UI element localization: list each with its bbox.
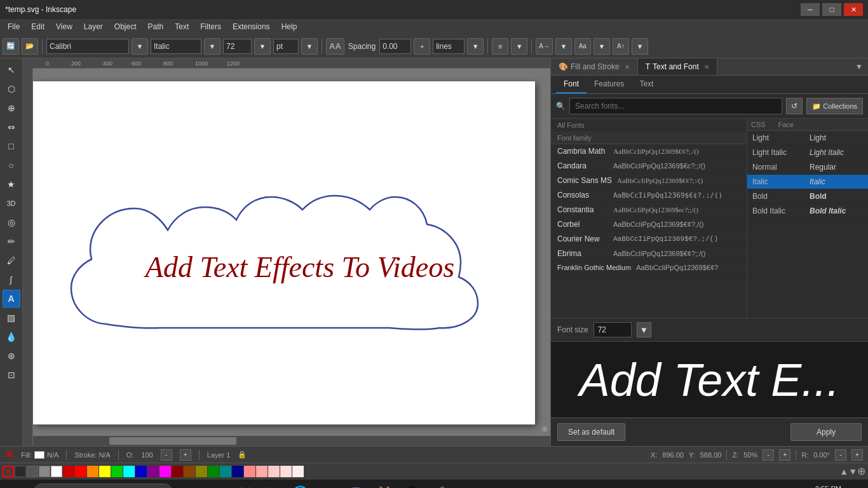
refresh-fonts-button[interactable]: ↺ xyxy=(786,98,803,114)
color-swatch-light-pink[interactable] xyxy=(256,466,268,477)
maximize-button[interactable]: □ xyxy=(822,3,841,16)
font-item-consolas[interactable]: Consolas AaBbCcIiPpQq12369$€¢?.;/() xyxy=(551,188,747,203)
font-item-cambria-math[interactable]: Cambria Math AaBbCcIiPpQq12369$€¢?;./() xyxy=(551,144,747,159)
color-swatch-white[interactable] xyxy=(51,466,62,477)
taskbar-edge2[interactable]: 🌐 xyxy=(287,481,313,489)
font-feature-dropdown[interactable]: ▼ xyxy=(593,38,610,55)
measure-tool[interactable]: ⇔ xyxy=(3,118,20,136)
menu-view[interactable]: View xyxy=(51,21,78,32)
font-item-courier-new[interactable]: Courier New AaBbCcIiPpQq12369$€?.;/() xyxy=(551,232,747,247)
color-swatch-brown[interactable] xyxy=(184,466,195,477)
start-button[interactable]: ⊞ xyxy=(3,481,31,489)
color-swatch-very-pale-pink[interactable] xyxy=(280,466,292,477)
eraser-tool[interactable]: ⊡ xyxy=(3,366,20,384)
circle-tool[interactable]: ○ xyxy=(3,156,20,174)
no-color-swatch[interactable]: ✕ xyxy=(3,466,14,477)
font-item-ebrima[interactable]: Ebrima AaBbCcIiPpQq12369$€¢?;;/() xyxy=(551,247,747,261)
menu-extensions[interactable]: Extensions xyxy=(227,21,275,32)
new-button[interactable]: 🔄 xyxy=(3,38,19,55)
color-swatch-pale-pink[interactable] xyxy=(268,466,280,477)
color-swatch-pink[interactable] xyxy=(244,466,255,477)
taskbar-chrome[interactable]: ⚙ xyxy=(315,481,341,489)
taskbar-search[interactable]: 🔍 Type here to search 🎤 xyxy=(33,484,173,489)
subtab-font[interactable]: Font xyxy=(556,76,587,93)
close-fill-stroke[interactable]: ✕ xyxy=(625,64,630,71)
font-name-input[interactable] xyxy=(46,39,129,54)
collections-button[interactable]: 📁 Collections xyxy=(806,98,863,114)
color-swatch-olive[interactable] xyxy=(196,466,207,477)
calligraphy-tool[interactable]: ∫ xyxy=(3,271,20,288)
color-swatch-purple[interactable] xyxy=(147,466,159,477)
style-bold[interactable]: Bold Bold xyxy=(747,189,868,204)
font-search-input[interactable] xyxy=(569,98,782,114)
close-button[interactable]: ✕ xyxy=(844,3,863,16)
style-bold-italic[interactable]: Bold Italic Bold Italic xyxy=(747,204,868,219)
align-left-button[interactable]: ≡ xyxy=(492,38,508,55)
gradient-tool[interactable]: ▨ xyxy=(3,309,20,327)
color-swatch-dgray[interactable] xyxy=(27,466,38,477)
menu-file[interactable]: File xyxy=(3,21,25,32)
open-button[interactable]: 📂 xyxy=(22,38,38,55)
color-swatch-orange[interactable] xyxy=(87,466,98,477)
spacing-increase[interactable]: + xyxy=(414,38,430,55)
font-size-arrow[interactable]: ▼ xyxy=(254,38,271,55)
color-swatch-green[interactable] xyxy=(111,466,123,477)
color-swatch-magenta[interactable] xyxy=(159,466,171,477)
taskbar-teams[interactable]: T xyxy=(343,481,369,489)
lines-arrow[interactable]: ▼ xyxy=(467,38,484,55)
spray-tool[interactable]: ⊛ xyxy=(3,347,20,365)
text-dir-button[interactable]: A→ xyxy=(536,38,553,55)
font-item-comic-sans[interactable]: Comic Sans MS AaBbCcIiPpQq12369$€¢?;:/() xyxy=(551,173,747,188)
menu-filters[interactable]: Filters xyxy=(195,21,226,32)
color-swatch-yellow[interactable] xyxy=(99,466,111,477)
color-swatch-dark-green[interactable] xyxy=(208,466,219,477)
font-size-value-input[interactable] xyxy=(593,322,632,337)
color-swatch-navy[interactable] xyxy=(232,466,243,477)
menu-object[interactable]: Object xyxy=(109,21,142,32)
color-swatch-cyan[interactable] xyxy=(123,466,135,477)
star-tool[interactable]: ★ xyxy=(3,175,20,193)
lines-input[interactable] xyxy=(433,39,465,54)
taskbar-inkscape[interactable]: 🖊 xyxy=(427,481,452,489)
tab-text-font[interactable]: T Text and Font ✕ xyxy=(638,58,717,75)
zoom-increase[interactable]: + xyxy=(779,449,790,461)
menu-layer[interactable]: Layer xyxy=(79,21,108,32)
style-light-italic[interactable]: Light Italic Light Italic xyxy=(747,146,868,160)
taskbar-taskview[interactable]: ⧉ xyxy=(175,481,201,489)
color-circle-indicator[interactable]: ⊕ xyxy=(857,465,865,477)
font-item-corbel[interactable]: Corbel AaBbCcIiPpQq12369$€¢?,/() xyxy=(551,217,747,232)
color-swatch-lightest-pink[interactable] xyxy=(292,466,304,477)
superscript-button[interactable]: A↑ xyxy=(613,38,629,55)
palette-scroll-down[interactable]: ▼ xyxy=(848,466,857,477)
subtab-text[interactable]: Text xyxy=(632,76,661,93)
menu-edit[interactable]: Edit xyxy=(26,21,50,32)
font-style-arrow[interactable]: ▼ xyxy=(204,38,220,55)
dropper-tool[interactable]: 💧 xyxy=(3,328,20,346)
spacing-input[interactable] xyxy=(379,39,411,54)
font-item-franklin[interactable]: Franklin Gothic Medium AaBbCcIiPpQq12369… xyxy=(551,261,747,274)
rectangle-tool[interactable]: □ xyxy=(3,137,20,155)
font-item-candara[interactable]: Candara AaBbCcIiPpQq12369$€c?;;/() xyxy=(551,159,747,173)
taskbar-weather[interactable]: 🌤 xyxy=(399,481,424,489)
menu-help[interactable]: Help xyxy=(276,21,302,32)
close-text-font[interactable]: ✕ xyxy=(704,64,709,71)
font-options-btn[interactable]: AA xyxy=(326,38,344,55)
menu-path[interactable]: Path xyxy=(143,21,169,32)
taskbar-edge[interactable]: ℯ xyxy=(203,481,229,489)
subtab-features[interactable]: Features xyxy=(587,76,632,93)
r-increase[interactable]: + xyxy=(851,449,863,461)
r-decrease[interactable]: - xyxy=(835,449,846,461)
color-swatch-dark-red[interactable] xyxy=(172,466,183,477)
canvas-viewport[interactable]: Add Text Effects To Videos xyxy=(33,69,550,436)
font-size-dropdown-btn[interactable]: ▼ xyxy=(637,322,651,337)
pen-tool[interactable]: 🖊 xyxy=(3,252,20,269)
set-default-button[interactable]: Set as default xyxy=(557,423,625,441)
node-tool[interactable]: ⬡ xyxy=(3,80,20,98)
3dbox-tool[interactable]: 3D xyxy=(3,194,20,212)
text-tool[interactable]: A xyxy=(3,290,20,308)
zoom-decrease[interactable]: - xyxy=(763,449,774,461)
unit-input[interactable] xyxy=(273,39,299,54)
tab-fill-stroke[interactable]: 🎨 Fill and Stroke ✕ xyxy=(551,58,638,75)
taskbar-browser2[interactable]: 🦊 xyxy=(371,481,397,489)
selector-tool[interactable]: ↖ xyxy=(3,61,20,79)
